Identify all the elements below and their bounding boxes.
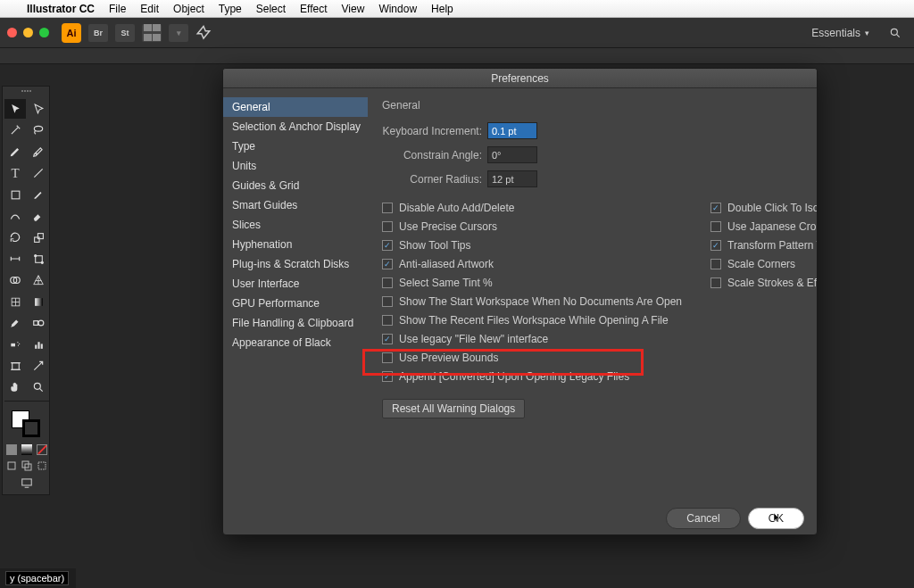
- pref-check-left-9[interactable]: Append [Converted] Upon Opening Legacy F…: [382, 370, 682, 383]
- tool-column-graph[interactable]: [28, 335, 49, 354]
- pref-check-left-1[interactable]: Use Precise Cursors: [382, 220, 682, 233]
- tool-scale[interactable]: [28, 228, 49, 247]
- pref-check-left-7[interactable]: Use legacy "File New" interface: [382, 333, 682, 345]
- constrain-angle-input[interactable]: [487, 146, 537, 163]
- tool-symbol-sprayer[interactable]: [4, 335, 26, 354]
- prefcat-smart-guides[interactable]: Smart Guides: [223, 195, 368, 215]
- tool-pen[interactable]: [4, 142, 26, 161]
- tool-mesh[interactable]: [4, 292, 26, 311]
- menubar-app-name[interactable]: Illustrator CC: [20, 3, 102, 15]
- reset-warnings-button[interactable]: Reset All Warning Dialogs: [382, 399, 525, 418]
- menu-edit[interactable]: Edit: [133, 3, 166, 15]
- tool-perspective[interactable]: [28, 270, 49, 290]
- tool-slice[interactable]: [28, 356, 49, 376]
- pref-check-left-6[interactable]: Show The Recent Files Workspace While Op…: [382, 314, 682, 327]
- tool-paintbrush[interactable]: [28, 185, 49, 204]
- prefcat-hyphenation[interactable]: Hyphenation: [223, 235, 368, 254]
- pref-check-left-8[interactable]: Use Preview Bounds: [382, 352, 682, 364]
- tool-line[interactable]: [28, 163, 49, 183]
- svg-rect-7: [37, 233, 43, 238]
- menu-window[interactable]: Window: [371, 3, 424, 15]
- panel-drag-handle[interactable]: [4, 90, 47, 95]
- svg-rect-17: [34, 321, 38, 326]
- screen-mode-icon[interactable]: [21, 476, 33, 489]
- tool-rotate[interactable]: [4, 228, 26, 247]
- tool-magic-wand[interactable]: [4, 120, 26, 140]
- tool-zoom[interactable]: [28, 377, 49, 397]
- menu-help[interactable]: Help: [424, 3, 461, 15]
- tool-blend[interactable]: [28, 313, 49, 333]
- tool-rectangle[interactable]: [4, 185, 26, 204]
- draw-behind-icon[interactable]: [21, 460, 32, 471]
- corner-radius-input[interactable]: [487, 170, 537, 187]
- menu-object[interactable]: Object: [166, 3, 212, 15]
- workspace-selector[interactable]: Essentials ▾: [804, 24, 877, 42]
- pref-check-right-0[interactable]: Double Click To Isolate: [710, 202, 818, 214]
- draw-inside-icon[interactable]: [37, 460, 47, 471]
- checkbox-label: Use Japanese Crop Marks: [727, 220, 818, 233]
- prefcat-general[interactable]: General: [223, 97, 368, 117]
- keyboard-increment-input[interactable]: [487, 122, 537, 139]
- tool-hand[interactable]: [4, 377, 26, 397]
- arrange-documents-button[interactable]: [142, 24, 162, 42]
- prefcat-black[interactable]: Appearance of Black: [223, 333, 368, 352]
- menu-type[interactable]: Type: [212, 3, 249, 15]
- pref-check-left-3[interactable]: Anti-aliased Artwork: [382, 258, 682, 270]
- pref-check-left-2[interactable]: Show Tool Tips: [382, 239, 682, 252]
- prefcat-guides[interactable]: Guides & Grid: [223, 176, 368, 195]
- prefcat-ui[interactable]: User Interface: [223, 274, 368, 294]
- fill-stroke-swatches[interactable]: [4, 409, 49, 441]
- window-minimize-icon[interactable]: [23, 28, 33, 37]
- pref-check-right-2[interactable]: Transform Pattern Tiles: [710, 239, 818, 252]
- pref-check-right-3[interactable]: Scale Corners: [710, 258, 818, 270]
- cancel-button[interactable]: Cancel: [666, 508, 740, 529]
- draw-normal-icon[interactable]: [6, 460, 17, 471]
- prefcat-file-handling[interactable]: File Handling & Clipboard: [223, 313, 368, 333]
- tool-gradient[interactable]: [28, 292, 49, 311]
- tool-eyedropper[interactable]: [4, 313, 26, 333]
- sync-icon[interactable]: [195, 25, 212, 41]
- pref-check-left-4[interactable]: Select Same Tint %: [382, 277, 682, 289]
- tool-artboard[interactable]: [4, 356, 26, 376]
- pref-check-left-5[interactable]: Show The Start Workspace When No Documen…: [382, 295, 682, 308]
- tool-lasso[interactable]: [28, 120, 49, 140]
- window-zoom-icon[interactable]: [39, 28, 49, 37]
- color-mode-icon[interactable]: [6, 444, 17, 455]
- gradient-mode-icon[interactable]: [21, 444, 32, 455]
- prefcat-selection[interactable]: Selection & Anchor Display: [223, 117, 368, 137]
- menu-file[interactable]: File: [102, 3, 133, 15]
- tool-free-transform[interactable]: [28, 249, 49, 269]
- checkbox-label: Show The Recent Files Workspace While Op…: [399, 314, 669, 327]
- pref-check-right-1[interactable]: Use Japanese Crop Marks: [710, 220, 818, 233]
- tool-direct-selection[interactable]: [28, 99, 49, 119]
- menu-effect[interactable]: Effect: [293, 3, 334, 15]
- tool-shape-builder[interactable]: [4, 270, 26, 290]
- search-icon[interactable]: [884, 27, 907, 39]
- stroke-swatch[interactable]: [22, 419, 40, 437]
- tool-shaper[interactable]: [4, 206, 26, 226]
- pref-check-right-4[interactable]: Scale Strokes & Effects: [710, 277, 818, 289]
- stock-button[interactable]: St: [115, 24, 135, 42]
- menu-select[interactable]: Select: [249, 3, 293, 15]
- tool-type[interactable]: T: [4, 163, 26, 183]
- prefcat-slices[interactable]: Slices: [223, 215, 368, 235]
- pref-check-left-0[interactable]: Disable Auto Add/Delete: [382, 202, 682, 214]
- bridge-button[interactable]: Br: [88, 24, 108, 42]
- window-close-icon[interactable]: [7, 28, 17, 37]
- tool-eraser[interactable]: [28, 206, 49, 226]
- tool-curvature[interactable]: [28, 142, 49, 161]
- ok-button[interactable]: OK: [748, 508, 804, 529]
- prefcat-units[interactable]: Units: [223, 156, 368, 176]
- prefcat-gpu[interactable]: GPU Performance: [223, 294, 368, 313]
- svg-rect-5: [12, 191, 20, 199]
- prefcat-plugins[interactable]: Plug-ins & Scratch Disks: [223, 254, 368, 274]
- arrange-dropdown-icon[interactable]: ▾: [169, 24, 188, 42]
- tool-width[interactable]: [4, 249, 26, 269]
- none-mode-icon[interactable]: [37, 444, 47, 455]
- tools-panel[interactable]: T: [2, 86, 50, 495]
- tool-selection[interactable]: [4, 99, 26, 119]
- svg-point-10: [41, 261, 43, 263]
- prefcat-type[interactable]: Type: [223, 137, 368, 156]
- mac-menubar: Illustrator CC File Edit Object Type Sel…: [0, 0, 914, 18]
- menu-view[interactable]: View: [335, 3, 372, 15]
